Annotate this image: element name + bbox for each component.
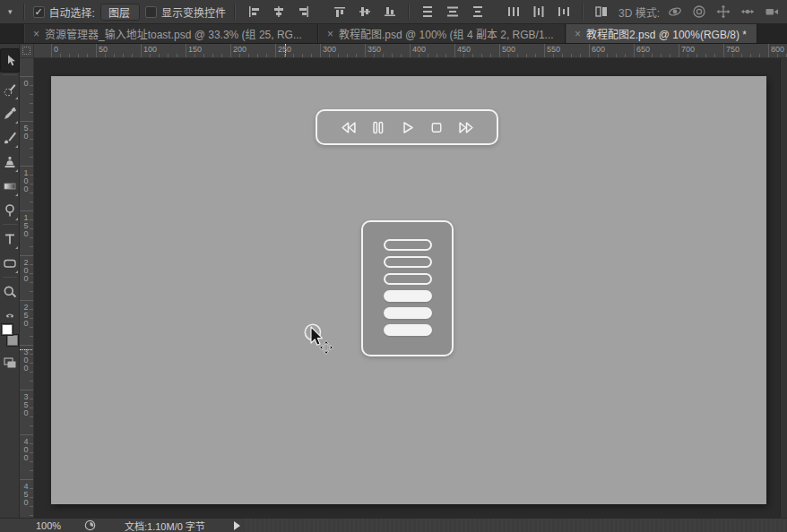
list-bar-filled[interactable]	[384, 307, 432, 319]
document-tab[interactable]: ×资源管理器_输入地址toast.psd @ 33.3% (组 25, RG..…	[24, 24, 318, 43]
align-right-edges-icon[interactable]	[294, 3, 314, 21]
ruler-tick	[266, 54, 267, 57]
ruler-tick	[625, 54, 626, 57]
list-bar-outline[interactable]	[384, 273, 432, 285]
3d-rotate-icon[interactable]	[665, 3, 685, 21]
dodge-tool[interactable]	[0, 198, 20, 222]
ruler-label: 550	[547, 45, 560, 54]
ruler-tick	[87, 54, 88, 57]
list-bar-filled[interactable]	[384, 290, 432, 302]
ruler-tick	[30, 425, 33, 426]
status-flyout-icon[interactable]	[234, 521, 240, 530]
type-tool[interactable]	[0, 227, 20, 251]
ruler-tick	[20, 479, 34, 480]
document-tab[interactable]: ×教程配图2.psd @ 100%(RGB/8) *	[566, 24, 757, 43]
list-bar-filled[interactable]	[384, 324, 432, 336]
checkbox-unchecked-icon[interactable]	[145, 6, 157, 18]
ruler-tick	[571, 54, 572, 57]
tab-title: 教程配图.psd @ 100% (组 4 副本 2, RGB/1...	[339, 26, 554, 41]
stop-icon[interactable]	[429, 120, 445, 135]
ruler-tick	[517, 54, 518, 57]
separator	[3, 74, 17, 75]
ruler-cursor-indicator	[285, 44, 286, 58]
align-horizontal-centers-icon[interactable]	[269, 3, 289, 21]
brush-tool[interactable]	[0, 125, 20, 150]
document-canvas[interactable]	[51, 76, 766, 504]
close-icon[interactable]: ×	[327, 28, 333, 40]
vertical-scrollbar[interactable]	[780, 58, 787, 518]
ruler-tick	[293, 54, 294, 57]
zoom-level-field[interactable]: 100%	[36, 520, 75, 531]
rounded-rectangle-tool[interactable]	[0, 251, 20, 275]
quick-selection-tool[interactable]	[0, 77, 20, 101]
ruler-tick	[105, 54, 106, 57]
ruler-tick	[159, 54, 160, 57]
distribute-vertical-centers-icon[interactable]	[443, 3, 463, 21]
distribute-bottom-edges-icon[interactable]	[468, 3, 488, 21]
clone-stamp-tool[interactable]	[0, 150, 20, 174]
ruler-tick	[499, 44, 500, 58]
eyedropper-tool[interactable]	[0, 101, 20, 125]
ruler-tick	[365, 44, 366, 58]
close-icon[interactable]: ×	[575, 28, 581, 40]
distribute-top-edges-icon[interactable]	[418, 3, 437, 21]
3d-drag-icon[interactable]	[713, 3, 733, 21]
ruler-origin-corner[interactable]	[20, 44, 34, 58]
ruler-label: 0	[54, 45, 58, 54]
group-gap	[319, 3, 324, 21]
ruler-tick	[51, 44, 52, 58]
align-top-edges-icon[interactable]	[330, 3, 350, 21]
list-bar-outline[interactable]	[384, 239, 432, 251]
3d-camera-icon[interactable]	[762, 3, 782, 21]
dropdown-stepper-icon	[139, 4, 140, 20]
show-transform-checkbox[interactable]: 显示变换控件	[145, 4, 226, 20]
document-tab[interactable]: ×教程配图.psd @ 100% (组 4 副本 2, RGB/1...	[318, 24, 566, 43]
align-left-edges-icon[interactable]	[244, 3, 264, 21]
play-icon[interactable]	[400, 120, 416, 135]
auto-select-checkbox[interactable]: ✓ 自动选择:	[33, 4, 95, 20]
align-bottom-edges-icon[interactable]	[380, 3, 400, 21]
align-vertical-centers-icon[interactable]	[355, 3, 375, 21]
rewind-icon[interactable]	[340, 120, 357, 135]
separator	[408, 4, 410, 20]
3d-roll-icon[interactable]	[689, 3, 709, 21]
ruler-label: 100	[22, 168, 30, 193]
move-tool[interactable]	[0, 48, 20, 73]
gradient-tool[interactable]	[0, 174, 20, 198]
ruler-tick	[114, 54, 115, 57]
list-bar-outline[interactable]	[384, 256, 432, 268]
ruler-label: 200	[233, 45, 246, 54]
ruler-tick	[60, 54, 61, 57]
foreground-color-swatch[interactable]	[1, 323, 13, 336]
fast-forward-icon[interactable]	[458, 120, 475, 135]
swap-colors-icon[interactable]	[4, 309, 15, 322]
zoom-tool[interactable]	[0, 279, 20, 304]
ruler-tick	[177, 54, 177, 57]
distribute-left-edges-icon[interactable]	[504, 3, 523, 21]
ruler-tick	[356, 54, 357, 57]
distribute-right-edges-icon[interactable]	[554, 3, 574, 21]
screen-mode-icon[interactable]	[3, 356, 17, 373]
vertical-ruler[interactable]: 050100150200250300350400450	[20, 58, 34, 518]
auto-select-target-dropdown[interactable]: 图层	[100, 4, 140, 21]
media-player-artwork[interactable]	[316, 109, 498, 145]
ruler-tick	[374, 54, 375, 57]
horizontal-ruler[interactable]: 0501001502002503003504004505005506006507…	[34, 44, 787, 58]
ruler-tick	[96, 44, 97, 58]
close-icon[interactable]: ×	[33, 28, 39, 40]
pause-icon[interactable]	[370, 120, 386, 135]
3d-slide-icon[interactable]	[738, 3, 757, 21]
checkbox-checked-icon[interactable]: ✓	[33, 6, 45, 18]
ruler-tick	[30, 94, 33, 95]
tool-preset-chevron-icon[interactable]: ▾	[5, 5, 15, 18]
ruler-tick	[311, 54, 312, 57]
ruler-tick	[30, 237, 33, 238]
document-status-icon[interactable]	[84, 519, 96, 531]
ruler-tick	[30, 416, 33, 417]
distribute-horizontal-centers-icon[interactable]	[529, 3, 549, 21]
ruler-tick	[30, 291, 33, 292]
background-color-swatch[interactable]	[6, 334, 19, 347]
auto-align-layers-icon[interactable]	[592, 3, 611, 21]
ruler-tick	[445, 54, 446, 57]
list-panel-artwork[interactable]	[361, 220, 454, 356]
